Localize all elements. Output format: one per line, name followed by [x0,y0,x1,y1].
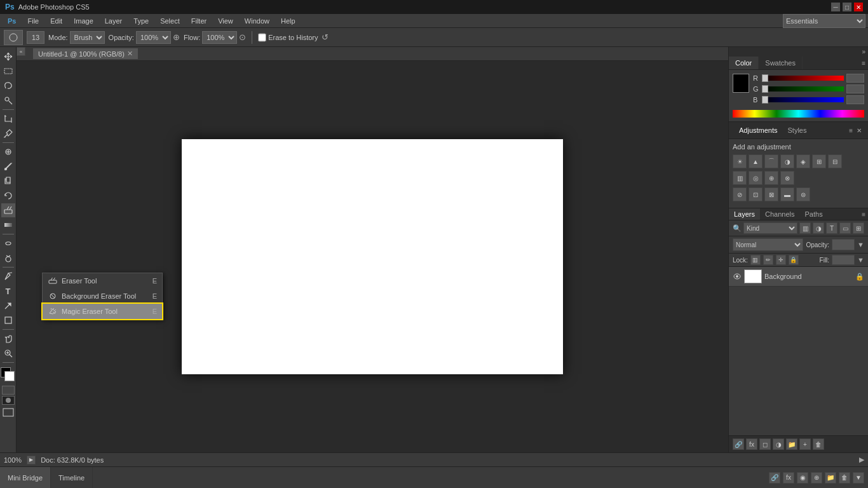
menu-window[interactable]: Window [240,16,275,26]
panel-collapse-btn[interactable]: » [860,48,867,55]
flow-select[interactable]: 100% [202,31,237,44]
adj-close[interactable]: ✕ [855,127,863,134]
selectcolor-adj[interactable]: ⊜ [796,187,810,201]
move-tool-btn[interactable] [1,50,15,64]
exposure-adj[interactable]: ◑ [780,154,794,168]
lock-position-btn[interactable]: ✏ [763,255,773,265]
bridge-action6[interactable]: 🗑 [839,472,850,484]
layer-visibility-icon[interactable] [733,272,742,281]
pen-tool-btn[interactable] [1,269,15,283]
bridge-action3[interactable]: ◉ [797,472,808,484]
filter-shape-btn[interactable]: ▭ [839,222,851,234]
fill-arrow[interactable]: ▼ [857,256,864,264]
tab-close-icon[interactable]: ✕ [127,50,133,58]
background-eraser-menu-item[interactable]: Background Eraser Tool E [43,288,162,304]
minimize-button[interactable]: ─ [831,3,840,11]
white-canvas[interactable] [182,139,563,374]
eraser-tool-menu-item[interactable]: Eraser Tool E [43,273,162,288]
posterize-adj[interactable]: ⊡ [749,187,763,201]
background-color[interactable] [4,371,15,381]
r-value[interactable]: 0 [846,74,864,83]
dodge-tool-btn[interactable] [1,251,15,265]
magic-eraser-menu-item[interactable]: Magic Eraser Tool E [43,304,162,319]
b-value[interactable]: 0 [846,95,864,104]
path-select-btn[interactable] [1,299,15,313]
bridge-action5[interactable]: 📁 [825,472,836,484]
screen-mode-btn[interactable] [3,408,14,418]
b-slider[interactable] [762,97,844,102]
levels-adj[interactable]: ▲ [749,154,763,168]
blur-tool-btn[interactable] [1,236,15,250]
mode-select[interactable]: Brush [70,31,105,44]
eraser-tool-btn[interactable] [1,203,15,217]
gradient-adj[interactable]: ▬ [780,187,794,201]
menu-file[interactable]: File [22,16,44,26]
lock-pixels-btn[interactable]: ▥ [750,255,761,265]
filter-sm-btn[interactable]: ⊞ [853,222,864,234]
filter-type-btn[interactable]: T [826,222,837,234]
gradient-tool-btn[interactable] [1,218,15,232]
menu-view[interactable]: View [213,16,238,26]
color-tab[interactable]: Color [729,57,759,69]
background-layer[interactable]: Background 🔒 [729,267,868,287]
refresh-icon[interactable]: ↺ [322,32,329,42]
quick-mask-btn[interactable] [2,396,15,405]
blend-mode-select[interactable]: Normal [733,238,803,251]
workspace-selector[interactable]: Essentials [783,14,865,28]
mini-bridge-tab[interactable]: Mini Bridge [0,467,51,488]
layers-panel-menu[interactable]: ≡ [859,208,868,220]
hand-tool-btn[interactable] [1,332,15,346]
lock-all-btn[interactable]: 🔒 [789,255,799,265]
type-tool-btn[interactable]: T [1,284,15,298]
panel-collapse-left[interactable]: « [17,47,25,56]
curves-adj[interactable]: ⌒ [764,154,778,168]
fg-color-swatch[interactable] [733,74,749,93]
eyedropper-tool-btn[interactable] [1,126,15,140]
new-layer-btn[interactable]: + [799,438,811,450]
bridge-action1[interactable]: 🔗 [769,472,780,484]
channelmix-adj[interactable]: ⊕ [764,171,778,185]
expand-status-btn[interactable]: ▶ [859,456,864,464]
close-button[interactable]: ✕ [854,3,863,11]
panel-options-btn[interactable]: ≡ [859,57,868,69]
canvas-tab-item[interactable]: Untitled-1 @ 100% (RGB/8) ✕ [33,48,138,59]
bw-adj[interactable]: ▥ [733,171,747,185]
link-layers-btn[interactable]: 🔗 [733,438,744,450]
threshold-adj[interactable]: ⊠ [764,187,778,201]
colorbalance-adj[interactable]: ⊟ [828,154,842,168]
new-adj-btn[interactable]: ◑ [773,438,784,450]
hsl-adj[interactable]: ⊞ [812,154,826,168]
styles-tab[interactable]: Styles [783,125,812,136]
fill-value[interactable]: 100% [832,255,855,265]
brush-tool-btn[interactable] [1,159,15,173]
adj-collapse[interactable]: ≡ [848,127,854,134]
paths-tab[interactable]: Paths [800,208,828,220]
menu-select[interactable]: Select [155,16,185,26]
opacity-value[interactable]: 100% [832,239,855,250]
invert-adj[interactable]: ⊘ [733,187,747,201]
zoom-tool-btn[interactable] [1,346,15,360]
color-swatches[interactable] [1,367,16,383]
lock-move-btn[interactable]: ✛ [776,255,786,265]
g-slider[interactable] [762,86,844,92]
adjustments-tab[interactable]: Adjustments [734,125,783,136]
opacity-select[interactable]: 100% [136,31,171,44]
crop-tool-btn[interactable] [1,112,15,126]
standard-mode-btn[interactable] [2,386,15,395]
menu-image[interactable]: Image [69,16,98,26]
layers-tab[interactable]: Layers [729,208,760,220]
history-brush-btn[interactable] [1,189,15,203]
lasso-tool-btn[interactable] [1,79,15,93]
brush-preview-button[interactable] [4,30,23,45]
g-value[interactable]: 0 [846,85,864,93]
color-spectrum[interactable] [733,110,864,118]
opacity-arrow[interactable]: ▼ [857,241,864,248]
zoom-options-btn[interactable]: ▶ [27,456,36,464]
bridge-action2[interactable]: fx [783,472,794,484]
maximize-button[interactable]: □ [843,3,851,11]
vibrance-adj[interactable]: ◈ [796,154,810,168]
menu-edit[interactable]: Edit [45,16,67,26]
filter-adj-btn[interactable]: ◑ [813,222,824,234]
new-group-btn[interactable]: 📁 [786,438,797,450]
menu-layer[interactable]: Layer [100,16,128,26]
